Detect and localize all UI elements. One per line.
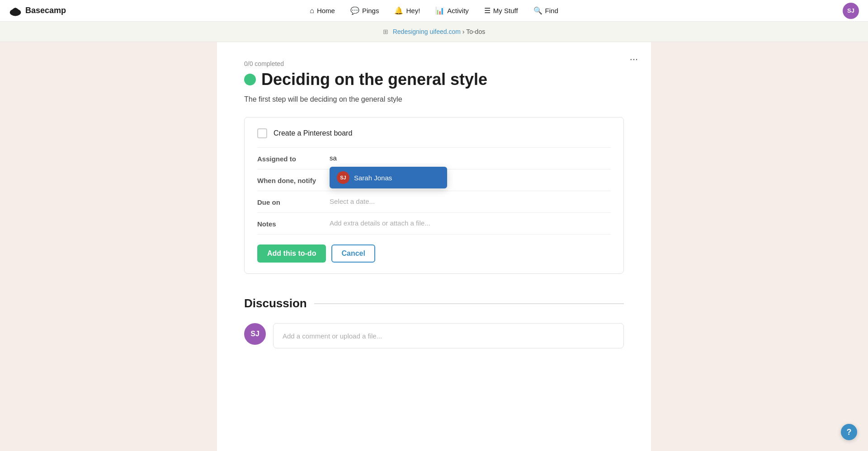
notes-input[interactable] [330, 219, 611, 227]
breadcrumb-grid-icon: ⊞ [383, 28, 388, 35]
autocomplete-name-sarah: Sarah Jonas [354, 174, 392, 182]
list-title-row: Deciding on the general style [244, 70, 624, 89]
list-status-indicator [244, 74, 256, 85]
add-todo-button[interactable]: Add this to-do [257, 244, 326, 263]
notes-label: Notes [257, 219, 330, 228]
autocomplete-item-sarah[interactable]: SJ Sarah Jonas [330, 167, 447, 188]
discussion-title: Discussion [244, 296, 307, 310]
task-name-label: Create a Pinterest board [274, 129, 352, 137]
breadcrumb: ⊞ Redesigning uifeed.com › To-dos [0, 22, 868, 42]
home-icon: ⌂ [310, 7, 314, 15]
assigned-to-row: Assigned to SJ Sarah Jonas [257, 147, 611, 169]
comment-row: SJ Add a comment or upload a file... [244, 323, 624, 348]
todo-form-card: Create a Pinterest board Assigned to SJ … [244, 117, 624, 274]
list-title: Deciding on the general style [261, 70, 487, 89]
comment-user-avatar: SJ [244, 323, 266, 345]
list-description: The first step will be deciding on the g… [244, 95, 624, 103]
nav-pings-label: Pings [362, 7, 379, 14]
comment-input[interactable]: Add a comment or upload a file... [273, 323, 624, 348]
my-stuff-icon: ☰ [484, 6, 491, 15]
due-on-row: Due on [257, 191, 611, 212]
autocomplete-dropdown: SJ Sarah Jonas [330, 167, 447, 188]
autocomplete-avatar-sarah: SJ [337, 171, 349, 184]
top-navigation: Basecamp ⌂ Home 💬 Pings 🔔 Hey! 📊 Activit… [0, 0, 868, 22]
nav-my-stuff[interactable]: ☰ My Stuff [478, 4, 524, 18]
discussion-divider [314, 303, 624, 304]
main-wrapper: ··· 0/0 completed Deciding on the genera… [0, 42, 868, 451]
find-icon: 🔍 [533, 6, 542, 15]
due-on-input[interactable] [330, 197, 611, 205]
assigned-to-input[interactable] [330, 154, 611, 162]
activity-icon: 📊 [435, 6, 444, 15]
content-area: ··· 0/0 completed Deciding on the genera… [217, 42, 651, 451]
notify-label: When done, notify [257, 176, 330, 184]
completed-label: 0/0 completed [244, 60, 624, 67]
cancel-button[interactable]: Cancel [331, 244, 375, 263]
logo-text: Basecamp [25, 6, 66, 15]
nav-find[interactable]: 🔍 Find [527, 4, 565, 18]
help-button[interactable]: ? [841, 424, 857, 440]
nav-hey-label: Hey! [406, 7, 420, 14]
nav-home[interactable]: ⌂ Home [303, 4, 341, 18]
breadcrumb-section: To-dos [466, 28, 485, 35]
nav-hey[interactable]: 🔔 Hey! [388, 4, 426, 18]
nav-find-label: Find [545, 7, 558, 14]
nav-activity[interactable]: 📊 Activity [429, 4, 475, 18]
more-options-button[interactable]: ··· [626, 51, 642, 67]
nav-my-stuff-label: My Stuff [493, 7, 518, 14]
nav-pings[interactable]: 💬 Pings [344, 4, 386, 18]
breadcrumb-project-link[interactable]: Redesigning uifeed.com [393, 28, 461, 35]
nav-activity-label: Activity [447, 7, 469, 14]
nav-items: ⌂ Home 💬 Pings 🔔 Hey! 📊 Activity ☰ My St… [303, 4, 565, 18]
notes-row: Notes [257, 212, 611, 234]
basecamp-logo-icon [9, 5, 22, 17]
form-button-row: Add this to-do Cancel [257, 234, 611, 263]
pings-icon: 💬 [350, 6, 359, 15]
comment-placeholder: Add a comment or upload a file... [283, 332, 382, 340]
assigned-to-label: Assigned to [257, 154, 330, 163]
breadcrumb-separator: › [462, 28, 465, 35]
due-on-label: Due on [257, 197, 330, 206]
task-name-row: Create a Pinterest board [257, 128, 611, 138]
logo[interactable]: Basecamp [9, 5, 66, 17]
hey-icon: 🔔 [394, 6, 403, 15]
discussion-section: Discussion SJ Add a comment or upload a … [244, 296, 624, 348]
user-avatar-nav[interactable]: SJ [843, 3, 859, 19]
task-checkbox[interactable] [257, 128, 267, 138]
nav-home-label: Home [317, 7, 335, 14]
discussion-header: Discussion [244, 296, 624, 310]
